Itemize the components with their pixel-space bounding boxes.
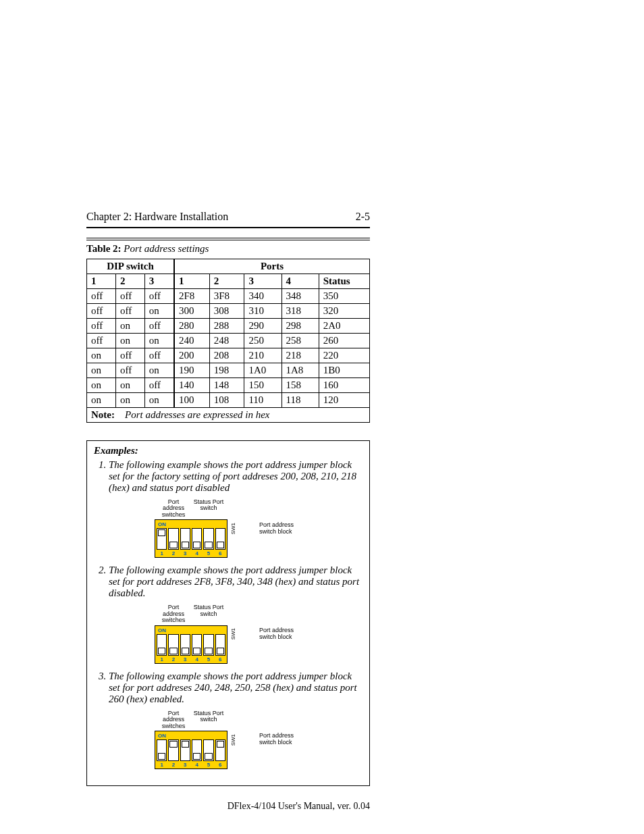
running-head: Chapter 2: Hardware Installation 2-5: [86, 211, 370, 223]
dip-num: 2: [168, 656, 178, 662]
cell: on: [87, 393, 116, 408]
cell: 288: [209, 319, 244, 334]
examples-box: Examples: The following example shows th…: [86, 440, 370, 786]
label-status-port: Status Port switch: [192, 710, 225, 729]
table-note: Note: Port addresses are expressed in he…: [87, 408, 370, 423]
cell: 3F8: [209, 289, 244, 304]
cell: on: [87, 348, 116, 363]
page-number: 2-5: [356, 211, 370, 223]
th-sub: 1: [174, 274, 209, 289]
dip-num: 3: [180, 762, 190, 768]
cell: 100: [174, 393, 209, 408]
cell: 120: [319, 393, 369, 408]
dip-figure: Port address switchesStatus Port switchO…: [155, 604, 363, 663]
label-side: Port address switch block: [259, 733, 294, 746]
dip-switch: [203, 739, 213, 761]
dip-block: ON123456: [155, 731, 227, 769]
cell: on: [144, 393, 174, 408]
cell: 158: [281, 378, 319, 393]
th-sub: 3: [144, 274, 174, 289]
dip-switch: [203, 528, 213, 550]
dip-num: 1: [157, 762, 167, 768]
dip-num: 6: [215, 550, 225, 556]
th-sub: 2: [115, 274, 144, 289]
dip-switch: [180, 528, 190, 550]
th-sub: 3: [244, 274, 281, 289]
note-label: Note:: [91, 409, 115, 420]
cell: 300: [174, 304, 209, 319]
cell: on: [144, 304, 174, 319]
dip-num: 4: [192, 762, 202, 768]
cell: 290: [244, 319, 281, 334]
dip-switch: [180, 634, 190, 656]
cell: 250: [244, 334, 281, 348]
label-sw1: SW1: [230, 734, 236, 746]
cell: 190: [174, 363, 209, 378]
example-text: The following example shows the port add…: [109, 671, 357, 704]
label-status-port: Status Port switch: [192, 499, 225, 518]
dip-switch: [168, 739, 178, 761]
cell: 348: [281, 289, 319, 304]
dip-switch: [215, 634, 225, 656]
cell: 118: [281, 393, 319, 408]
dip-num: 6: [215, 656, 225, 662]
label-sw1: SW1: [230, 628, 236, 640]
cell: 350: [319, 289, 369, 304]
cell: 308: [209, 304, 244, 319]
cell: 108: [209, 393, 244, 408]
cell: on: [87, 363, 116, 378]
cell: off: [115, 304, 144, 319]
label-sw1: SW1: [230, 523, 236, 534]
th-ports: Ports: [174, 259, 370, 274]
cell: on: [115, 393, 144, 408]
cell: 1B0: [319, 363, 369, 378]
dip-switch: [215, 528, 225, 550]
cell: 1A8: [281, 363, 319, 378]
th-sub: Status: [319, 274, 369, 289]
dip-num: 4: [192, 656, 202, 662]
cell: 2A0: [319, 319, 369, 334]
cell: 260: [319, 334, 369, 348]
table-top-rule: [86, 238, 370, 240]
cell: 220: [319, 348, 369, 363]
header-rule: [86, 227, 370, 228]
cell: off: [144, 378, 174, 393]
dip-num: 2: [168, 550, 178, 556]
dip-num: 3: [180, 550, 190, 556]
dip-switch: [203, 634, 213, 656]
cell: off: [115, 363, 144, 378]
cell: 210: [244, 348, 281, 363]
caption-title: Port address settings: [124, 243, 209, 254]
dip-figure: Port address switchesStatus Port switchO…: [155, 710, 363, 769]
cell: on: [115, 319, 144, 334]
cell: off: [144, 348, 174, 363]
cell: 218: [281, 348, 319, 363]
cell: 140: [174, 378, 209, 393]
cell: 208: [209, 348, 244, 363]
cell: on: [115, 378, 144, 393]
dip-switch: [192, 739, 202, 761]
cell: 150: [244, 378, 281, 393]
example-text: The following example shows the port add…: [109, 565, 359, 598]
chapter-title: Chapter 2: Hardware Installation: [86, 211, 228, 223]
dip-block: ON123456: [155, 519, 227, 558]
dip-num: 4: [192, 550, 202, 556]
cell: 160: [319, 378, 369, 393]
cell: off: [87, 289, 116, 304]
examples-title: Examples: [94, 445, 135, 456]
label-side: Port address switch block: [259, 522, 294, 536]
cell: 2F8: [174, 289, 209, 304]
cell: on: [87, 378, 116, 393]
dip-num: 3: [180, 656, 190, 662]
cell: 240: [174, 334, 209, 348]
caption-label: Table 2:: [86, 243, 122, 254]
footer: DFlex-4/104 User's Manual, ver. 0.04: [86, 801, 370, 812]
cell: on: [115, 334, 144, 348]
dip-figure: Port address switchesStatus Port switchO…: [155, 499, 363, 558]
cell: off: [115, 348, 144, 363]
dip-switch: [192, 634, 202, 656]
dip-block: ON123456: [155, 625, 227, 664]
label-on: ON: [158, 521, 225, 527]
cell: off: [87, 334, 116, 348]
label-side: Port address switch block: [259, 627, 294, 641]
